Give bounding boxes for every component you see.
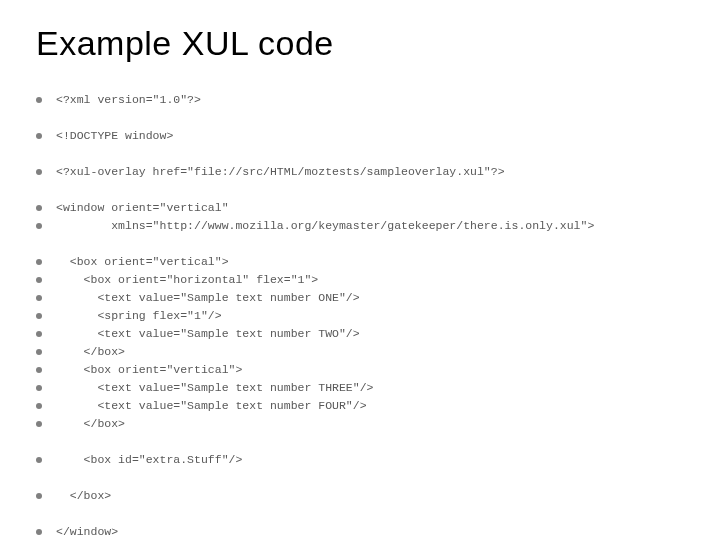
bullet-icon [36,331,42,337]
code-line: <text value="Sample text number TWO"/> [36,325,684,343]
code-line: <spring flex="1"/> [36,307,684,325]
bullet-icon [36,169,42,175]
code-text: <text value="Sample text number TWO"/> [56,325,360,343]
code-line: <!DOCTYPE window> [36,127,684,145]
code-line: <box orient="horizontal" flex="1"> [36,271,684,289]
code-line: <text value="Sample text number ONE"/> [36,289,684,307]
code-text: <!DOCTYPE window> [56,127,173,145]
code-text: <box orient="vertical"> [56,361,242,379]
bullet-icon [36,421,42,427]
code-text: </box> [56,415,125,433]
bullet-icon [36,133,42,139]
blank-line [36,145,684,163]
blank-line [36,505,684,523]
bullet-icon [36,277,42,283]
bullet-icon [36,385,42,391]
code-text: </window> [56,523,118,540]
code-line: xmlns="http://www.mozilla.org/keymaster/… [36,217,684,235]
code-line: <?xul-overlay href="file://src/HTML/mozt… [36,163,684,181]
code-text: <spring flex="1"/> [56,307,222,325]
code-text: <text value="Sample text number ONE"/> [56,289,360,307]
code-text: <window orient="vertical" [56,199,229,217]
bullet-icon [36,529,42,535]
code-line: <box id="extra.Stuff"/> [36,451,684,469]
code-text: <box orient="horizontal" flex="1"> [56,271,318,289]
code-line: <box orient="vertical"> [36,361,684,379]
code-text: </box> [56,343,125,361]
blank-line [36,109,684,127]
code-block: <?xml version="1.0"?><!DOCTYPE window><?… [36,91,684,540]
code-line: <box orient="vertical"> [36,253,684,271]
blank-line [36,235,684,253]
code-line: </box> [36,415,684,433]
code-text: <box id="extra.Stuff"/> [56,451,242,469]
code-line: <window orient="vertical" [36,199,684,217]
bullet-icon [36,295,42,301]
code-text: </box> [56,487,111,505]
bullet-icon [36,259,42,265]
code-text: <?xul-overlay href="file://src/HTML/mozt… [56,163,505,181]
bullet-icon [36,313,42,319]
code-line: <text value="Sample text number THREE"/> [36,379,684,397]
bullet-icon [36,457,42,463]
blank-line [36,433,684,451]
blank-line [36,469,684,487]
code-line: </window> [36,523,684,540]
bullet-icon [36,493,42,499]
code-line: </box> [36,343,684,361]
code-line: </box> [36,487,684,505]
code-text: <box orient="vertical"> [56,253,229,271]
bullet-icon [36,97,42,103]
bullet-icon [36,349,42,355]
bullet-icon [36,205,42,211]
bullet-icon [36,223,42,229]
bullet-icon [36,403,42,409]
bullet-icon [36,367,42,373]
slide: Example XUL code <?xml version="1.0"?><!… [0,0,720,540]
code-text: xmlns="http://www.mozilla.org/keymaster/… [56,217,594,235]
code-text: <?xml version="1.0"?> [56,91,201,109]
blank-line [36,181,684,199]
code-text: <text value="Sample text number THREE"/> [56,379,373,397]
code-text: <text value="Sample text number FOUR"/> [56,397,367,415]
page-title: Example XUL code [36,24,684,63]
code-line: <text value="Sample text number FOUR"/> [36,397,684,415]
code-line: <?xml version="1.0"?> [36,91,684,109]
